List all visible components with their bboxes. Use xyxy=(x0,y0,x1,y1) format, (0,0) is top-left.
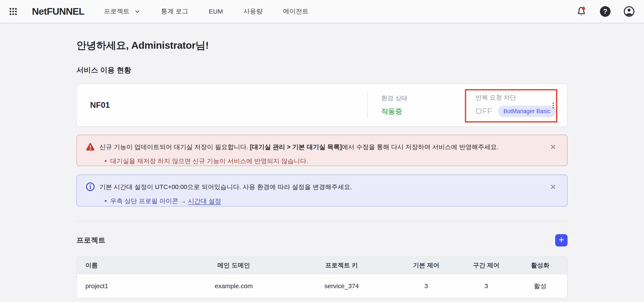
chevron-down-icon xyxy=(134,8,140,15)
botmanager-badge[interactable]: BotManager Basic xyxy=(498,106,556,117)
environment-name: NF01 xyxy=(77,101,367,110)
navbar-actions: ? xyxy=(576,5,635,17)
main-menu: 프로젝트 통계 로그 EUM 사용량 에이전트 xyxy=(104,7,329,16)
info-icon xyxy=(86,182,95,192)
menu-item-agent[interactable]: 에이전트 xyxy=(283,7,308,16)
close-icon: ✕ xyxy=(550,183,556,191)
projects-section-title: 프로젝트 xyxy=(76,235,106,245)
repeat-request-label: 반복 요청 차단 xyxy=(476,93,567,102)
menu-item-label: EUM xyxy=(209,8,223,15)
timezone-info-bullet: • 우측 상단 프로필 아이콘 → 시간대 설정 xyxy=(104,197,542,205)
projects-table: 이름 메인 도메인 프로젝트 키 기본 제어 구간 제어 활성화 project… xyxy=(76,257,568,299)
environment-status-block: 환경 상태 작동중 xyxy=(368,94,464,116)
service-status-card: NF01 환경 상태 작동중 반복 요청 차단 OFF BotManager B… xyxy=(76,84,568,127)
profile-button[interactable] xyxy=(623,5,635,17)
notification-dot xyxy=(582,6,585,10)
menu-item-label: 에이전트 xyxy=(283,7,308,16)
cell-basic-control: 3 xyxy=(393,274,459,298)
update-alert-close-button[interactable]: ✕ xyxy=(548,142,558,152)
timezone-info-banner: 기본 시간대 설정이 UTC+00:00으로 되어있습니다. 사용 환경에 따라… xyxy=(76,175,568,206)
environment-status-label: 환경 상태 xyxy=(381,94,464,103)
menu-item-stats-log[interactable]: 통계 로그 xyxy=(161,7,188,16)
update-alert-text: 신규 기능이 업데이트되어 대기실 저장이 필요합니다. [대기실 관리 > 기… xyxy=(100,143,498,151)
column-header-basic-control: 기본 제어 xyxy=(393,257,459,274)
menu-item-eum[interactable]: EUM xyxy=(209,8,223,15)
help-button[interactable]: ? xyxy=(599,5,611,17)
close-icon: ✕ xyxy=(550,143,556,151)
warning-icon xyxy=(86,142,95,152)
notifications-button[interactable] xyxy=(576,5,587,17)
timezone-info-text: 기본 시간대 설정이 UTC+00:00으로 되어있습니다. 사용 환경에 따라… xyxy=(100,183,352,191)
table-row[interactable]: project1 example.com service_374 3 3 활성 xyxy=(77,274,567,298)
grid-icon xyxy=(9,8,17,15)
update-alert-banner: 신규 기능이 업데이트되어 대기실 저장이 필요합니다. [대기실 관리 > 기… xyxy=(76,135,568,166)
section-divider xyxy=(76,221,568,221)
projects-table-header: 이름 메인 도메인 프로젝트 키 기본 제어 구간 제어 활성화 xyxy=(77,257,567,274)
page-title: 안녕하세요, Administrator님! xyxy=(76,39,568,52)
repeat-request-status: OFF xyxy=(476,107,492,116)
app-grid-icon[interactable] xyxy=(8,7,18,16)
menu-item-projects[interactable]: 프로젝트 xyxy=(104,7,140,16)
column-header-name: 이름 xyxy=(77,257,178,274)
menu-item-label: 통계 로그 xyxy=(161,7,188,16)
card-kebab-menu-button[interactable] xyxy=(550,102,557,110)
column-header-domain: 메인 도메인 xyxy=(178,257,290,274)
cell-active-status: 활성 xyxy=(513,274,567,298)
cell-section-control: 3 xyxy=(459,274,513,298)
service-usage-section-title: 서비스 이용 현황 xyxy=(76,65,568,75)
plus-icon: + xyxy=(558,235,564,245)
menu-item-label: 사용량 xyxy=(244,7,262,16)
projects-section-header: 프로젝트 + xyxy=(76,234,568,247)
column-header-section-control: 구간 제어 xyxy=(459,257,513,274)
help-icon: ? xyxy=(600,6,610,17)
environment-status-value: 작동중 xyxy=(381,107,464,116)
kebab-icon xyxy=(550,102,557,109)
column-header-active: 활성화 xyxy=(513,257,567,274)
cell-project-name: project1 xyxy=(77,274,178,298)
cell-project-key: service_374 xyxy=(290,274,393,298)
main-content: 안녕하세요, Administrator님! 서비스 이용 현황 NF01 환경… xyxy=(76,39,568,299)
user-avatar-icon xyxy=(623,6,635,17)
add-project-button[interactable]: + xyxy=(555,234,568,247)
cell-main-domain: example.com xyxy=(178,274,290,298)
brand-logo[interactable]: NetFUNNEL xyxy=(32,6,84,17)
timezone-info-close-button[interactable]: ✕ xyxy=(548,182,558,192)
top-navbar: NetFUNNEL 프로젝트 통계 로그 EUM 사용량 에이전트 xyxy=(0,0,644,23)
update-alert-bold-path: [대기실 관리 > 기본 대기실 목록] xyxy=(250,143,342,150)
menu-item-usage[interactable]: 사용량 xyxy=(244,7,262,16)
repeat-request-block: 반복 요청 차단 OFF BotManager Basic xyxy=(464,93,567,117)
timezone-settings-link[interactable]: 시간대 설정 xyxy=(188,197,221,204)
update-alert-bullet: • 대기실을 재저장 하지 않으면 신규 기능이 서비스에 반영되지 않습니다. xyxy=(104,157,542,165)
menu-item-label: 프로젝트 xyxy=(104,7,130,16)
column-header-key: 프로젝트 키 xyxy=(290,257,393,274)
bell-icon xyxy=(576,6,587,17)
